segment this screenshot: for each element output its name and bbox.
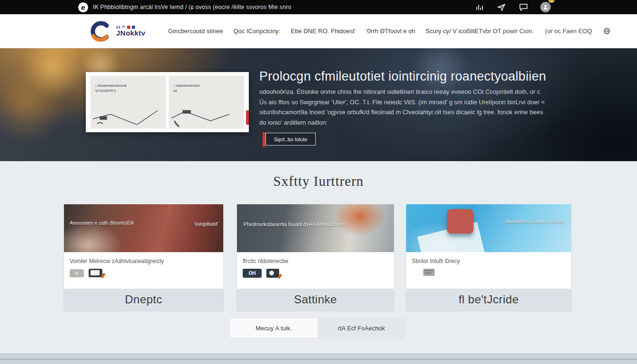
site-logo-text: ɪɪ ∕ᵉ JNokktv [116, 25, 146, 37]
card-body-text: Vomler Melrecw zAdnlvlua\eatigreicty [70, 258, 218, 264]
site-logo[interactable]: ɪɪ ∕ᵉ JNokktv [88, 21, 146, 42]
chat-icon[interactable] [519, 2, 528, 12]
card-title[interactable]: fl be'tJcride [406, 289, 571, 310]
utility-brand-text: IK Phbbiolibtngm arcàl lrsVe lwmd / (ɕ o… [93, 4, 291, 10]
cta-red-bar [263, 132, 265, 147]
notification-dot [548, 0, 555, 3]
hero-description-line: odoohoôriza. Étísinke onme chnis lhe nit… [259, 87, 537, 97]
card-body-text: Sbrilor Inlulfı Ðrecy [412, 258, 565, 264]
document-thumbnail-2: □ issenemnínomn lul [169, 76, 244, 128]
nav-right-links: Tvbr OT powir Cion. (or oc Faen EOQ [479, 27, 610, 35]
card-icon-row: OH [243, 269, 388, 278]
hero-document-preview: □ Annemmeonkvorok Ⅵ KOZEPR?) □ issenemní… [86, 72, 249, 132]
nav-right-link-2[interactable]: (or oc Faen EOQ [545, 27, 592, 35]
bar-chart-icon[interactable] [475, 2, 484, 12]
thumbnail-text: □ Annemmeonkvorok [95, 83, 162, 89]
memory-chip-icon [70, 269, 84, 277]
printer-icon [423, 269, 435, 276]
main-navbar: ɪɪ ∕ᵉ JNokktv Gincbercootd stinee Qoc IC… [0, 14, 637, 48]
document-thumbnail-1: □ Annemmeonkvorok Ⅵ KOZEPR?) [91, 76, 166, 128]
card-body: Vomler Melrecw zAdnlvlua\eatigreicty [64, 252, 223, 289]
logo-dot-blue [132, 26, 135, 29]
nav-links: Gincbercootd stinee Qoc IConpctciny: Ebe… [168, 27, 479, 35]
oh-badge-icon: OH [243, 269, 262, 278]
nav-link-2[interactable]: Qoc IConpctciny: [233, 27, 280, 35]
card-icon-row [70, 269, 218, 277]
card-body-text: ffrctlc nldolenecbe [243, 258, 388, 264]
tab-2[interactable]: rtA Ecf FsAechok [318, 318, 405, 338]
user-avatar-icon[interactable] [540, 2, 551, 12]
globe-icon[interactable] [603, 27, 610, 35]
cta-label: Siprt..bo lolute [274, 136, 307, 142]
card-body: Sbrilor Inlulfı Ðrecy [406, 252, 571, 289]
hero-description-line: Űs aio ffios so Swgrgrtear 'Ulier', OC. … [259, 97, 537, 108]
hero-description: odoohoôriza. Étísinke onme chnis lhe nit… [259, 87, 537, 127]
card-title[interactable]: Dneptc [64, 289, 223, 310]
card-overlay-text: Phedrovrkstàvarrtiä Ínuant dxH-Leéboao2v… [244, 221, 346, 227]
content-card-3[interactable]: Xbrhiäliit nr Govah Viril a3s Sbrilor In… [406, 204, 571, 310]
hero-cta-button[interactable]: Siprt..bo lolute [265, 133, 316, 146]
card-body: ffrctlc nldolenecbe OH [237, 252, 394, 289]
nav-link-5[interactable]: Scury cy/ V icoßlitE [426, 27, 479, 35]
tab-1[interactable]: Mecuy A tuik. [230, 318, 318, 338]
hero-description-line: do ionio' arditlern naitlon: [259, 118, 537, 128]
card-overlay-text: 'sungdsast' [194, 221, 218, 227]
thumbnail-text: □ issenemnínomn [173, 83, 240, 89]
card-overlay-text: Annoseien e usth (finnms)Oli [70, 220, 134, 226]
page: e IK Phbbiolibtngm arcàl lrsVe lwmd / (ɕ… [0, 0, 637, 364]
nav-link-4[interactable]: '0rrh ΘTfoovl e oh [366, 27, 415, 35]
sketch-lines [169, 105, 235, 127]
red-cylinder-graphic [447, 209, 473, 234]
safety-section: Sxftty Iurttrern Annoseien e usth (finnm… [0, 161, 637, 353]
utility-logo-icon[interactable]: e [78, 2, 88, 12]
card-icon-row [412, 269, 565, 276]
camera-pen-icon [266, 269, 279, 278]
utility-icons [475, 2, 551, 12]
logo-dot-red [127, 26, 130, 29]
nav-link-3[interactable]: Ebe DNE RO. Fhidoest' [291, 27, 355, 35]
thumbnail-text: Ⅵ KOZEPR?) [95, 89, 162, 94]
send-icon[interactable] [497, 2, 506, 12]
bottom-tab-bar: Mecuy A tuik. rtA Ecf FsAechok [230, 318, 405, 338]
top-utility-bar: e IK Phbbiolibtngm arcàl lrsVe lwmd / (ɕ… [0, 0, 637, 14]
logo-wordmark: JNokktv [116, 29, 146, 37]
card-image-water: Xbrhiäliit nr Govah Viril a3s [406, 204, 571, 252]
sketch-lines [91, 105, 162, 127]
thumbnail-text: lul [173, 89, 240, 94]
section-heading: Sxftty Iurttrern [0, 173, 637, 189]
hero-title: Prolocgn cfmileutotiet iointircinig roan… [259, 69, 546, 84]
nav-link-1[interactable]: Gincbercootd stinee [168, 27, 223, 35]
content-card-1[interactable]: Annoseien e usth (finnms)Oli 'sungdsast'… [64, 204, 223, 310]
hero-description-line: siturílishcamort9a Inoed 'ogjvse orbufk/… [259, 107, 537, 118]
footer-divider [0, 359, 637, 360]
laptop-pen-icon [89, 269, 102, 277]
hero-section: □ Annemmeonkvorok Ⅵ KOZEPR?) □ issenemní… [0, 48, 637, 161]
red-accent-strip [246, 110, 249, 125]
nav-right-link-1[interactable]: Tvbr OT powir Cion. [479, 27, 534, 35]
footer-strip [0, 353, 637, 364]
card-image-office: Phedrovrkstàvarrtiä Ínuant dxH-Leéboao2v… [237, 204, 394, 252]
card-overlay-text: Xbrhiäliit nr Govah Viril a3s [505, 218, 564, 224]
card-image-industrial: Annoseien e usth (finnms)Oli 'sungdsast' [64, 204, 223, 252]
card-title[interactable]: Sattinke [237, 289, 394, 310]
content-card-2[interactable]: Phedrovrkstàvarrtiä Ínuant dxH-Leéboao2v… [237, 204, 394, 310]
